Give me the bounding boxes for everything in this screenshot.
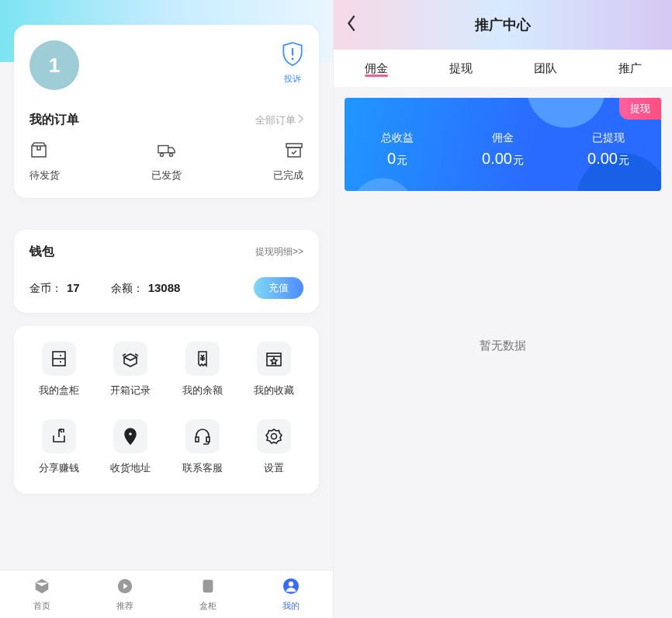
bottom-tabbar: 首页 推荐 盒柜 我的	[0, 570, 333, 618]
shield-alert-icon	[282, 40, 303, 70]
complaint-button[interactable]: 投诉	[282, 40, 303, 85]
gear-icon	[257, 419, 291, 453]
all-orders-link[interactable]: 全部订单	[255, 113, 303, 127]
cabinet-icon	[42, 342, 76, 376]
order-label: 已发货	[151, 168, 182, 182]
tab-mine[interactable]: 我的	[250, 578, 333, 612]
open-box-icon	[113, 342, 147, 376]
earnings-banner: 提现 总收益 0元 佣金 0.00元 已提现 0.00元	[345, 98, 661, 191]
grid-share-earn[interactable]: 分享赚钱	[25, 419, 93, 475]
svg-rect-15	[196, 437, 199, 442]
chevron-left-icon	[345, 22, 359, 35]
stat-total-income: 总收益 0元	[345, 131, 450, 168]
grid-settings[interactable]: 设置	[240, 419, 308, 475]
svg-point-14	[129, 432, 133, 436]
right-header: 推广中心	[334, 0, 672, 50]
grid-address[interactable]: 收货地址	[96, 419, 165, 475]
grid-unbox-record[interactable]: 开箱记录	[96, 342, 165, 398]
grid-label: 我的收藏	[254, 384, 294, 398]
coin-display: 金币：17	[29, 281, 80, 296]
order-pending-ship[interactable]: 待发货	[29, 142, 121, 182]
svg-point-5	[169, 154, 172, 157]
grid-label: 收货地址	[110, 461, 151, 475]
svg-rect-16	[206, 437, 210, 442]
avatar[interactable]: 1	[29, 40, 79, 90]
user-icon	[282, 578, 300, 598]
tabbar-label: 首页	[33, 600, 50, 612]
svg-rect-19	[203, 579, 213, 592]
share-icon	[42, 419, 76, 453]
tab-cabinet[interactable]: 盒柜	[167, 578, 250, 612]
grid-contact-support[interactable]: 联系客服	[168, 419, 237, 475]
balance-display: 余额：13088	[111, 281, 181, 296]
svg-point-21	[289, 582, 293, 586]
grid-label: 设置	[264, 461, 284, 475]
svg-rect-3	[158, 146, 168, 153]
tabbar-label: 我的	[282, 600, 300, 612]
complaint-label: 投诉	[284, 73, 301, 85]
svg-point-17	[271, 434, 276, 439]
tab-withdraw[interactable]: 提现	[418, 61, 503, 76]
grid-label: 分享赚钱	[39, 461, 79, 475]
receipt-yen-icon	[185, 342, 220, 376]
wallet-card: 钱包 提现明细>> 金币：17 余额：13088 充值	[14, 230, 319, 313]
features-grid-card: 我的盒柜 开箱记录 我的余额 我的收藏	[14, 326, 319, 494]
location-pin-icon	[113, 419, 147, 453]
grid-label: 我的盒柜	[39, 384, 79, 398]
grid-label: 我的余额	[182, 384, 223, 398]
calendar-star-icon	[257, 342, 291, 376]
my-orders-title: 我的订单	[29, 112, 79, 128]
order-label: 待发货	[29, 168, 60, 182]
tabbar-label: 盒柜	[199, 600, 216, 612]
grid-my-cabinet[interactable]: 我的盒柜	[25, 342, 93, 398]
tab-team[interactable]: 团队	[503, 61, 587, 76]
package-open-icon	[29, 142, 48, 162]
recharge-button[interactable]: 充值	[254, 277, 303, 299]
svg-point-1	[292, 58, 294, 61]
svg-rect-12	[267, 353, 281, 366]
cabinet-tab-icon	[199, 578, 216, 598]
wallet-title: 钱包	[29, 244, 54, 260]
stat-commission: 佣金 0.00元	[450, 131, 556, 168]
withdraw-button[interactable]: 提现	[619, 98, 661, 120]
page-title: 推广中心	[475, 16, 531, 34]
promotion-tabs: 佣金 提现 团队 推广	[334, 50, 672, 87]
order-completed[interactable]: 已完成	[212, 142, 303, 182]
tab-commission[interactable]: 佣金	[334, 61, 418, 76]
tab-recommend[interactable]: 推荐	[83, 578, 166, 612]
withdraw-detail-link[interactable]: 提现明细>>	[255, 245, 303, 259]
grid-label: 开箱记录	[110, 384, 151, 398]
recommend-icon	[116, 578, 133, 598]
back-button[interactable]	[345, 14, 359, 36]
svg-rect-2	[32, 146, 46, 157]
order-shipped[interactable]: 已发货	[121, 142, 213, 182]
order-label: 已完成	[273, 168, 303, 182]
tabbar-label: 推荐	[116, 600, 133, 612]
promotion-center-screen: 推广中心 佣金 提现 团队 推广 提现 总收益 0元 佣金 0.00元 已提现 …	[334, 0, 672, 618]
tab-promote[interactable]: 推广	[587, 61, 672, 76]
empty-state: 暂无数据	[334, 339, 672, 353]
my-page-screen: 1 投诉 我的订单 全部订单 待发货	[0, 0, 334, 618]
tab-home[interactable]: 首页	[0, 578, 83, 612]
truck-icon	[158, 142, 176, 162]
stat-withdrawn: 已提现 0.00元	[556, 131, 661, 168]
home-box-icon	[33, 578, 50, 598]
profile-orders-card: 1 投诉 我的订单 全部订单 待发货	[14, 25, 319, 198]
grid-my-balance[interactable]: 我的余额	[168, 342, 237, 398]
archive-check-icon	[285, 142, 303, 162]
grid-label: 联系客服	[182, 461, 223, 475]
grid-my-favorites[interactable]: 我的收藏	[240, 342, 308, 398]
chevron-right-icon	[297, 114, 303, 126]
headset-icon	[185, 419, 220, 453]
svg-point-4	[160, 154, 163, 157]
